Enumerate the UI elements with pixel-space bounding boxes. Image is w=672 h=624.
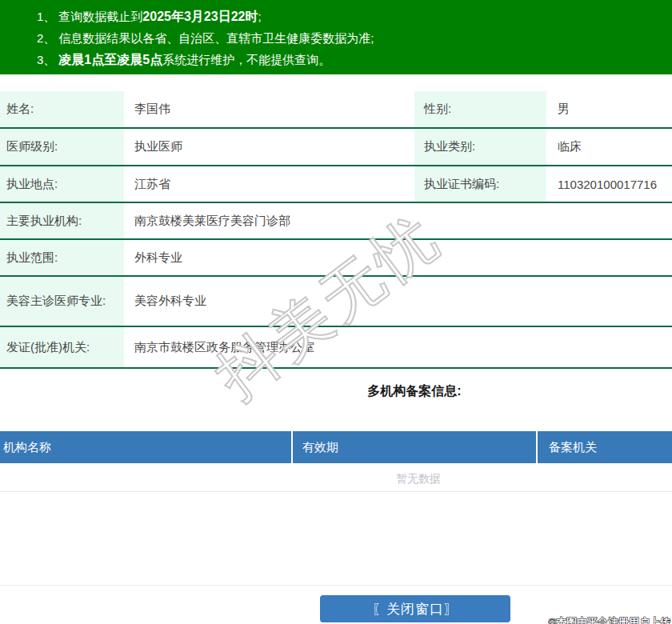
notice-text: 系统进行维护，不能提供查询。 — [162, 53, 330, 66]
records-table-header: 机构名称 有效期 备案机关 — [0, 431, 672, 463]
table-row: 执业地点: 江苏省 执业证书编码: 110320100017716 — [0, 166, 672, 203]
field-label-license-number: 执业证书编码: — [414, 166, 546, 202]
field-value-gender: 男 — [546, 91, 672, 127]
notice-banner: 1、查询数据截止到2025年3月23日22时; 2、信息数据结果以各省、自治区、… — [0, 0, 672, 74]
column-header-institution-name: 机构名称 — [0, 431, 293, 463]
table-row: 医师级别: 执业医师 执业类别: 临床 — [0, 129, 672, 166]
column-header-record-authority: 备案机关 — [538, 431, 672, 463]
notice-number: 1、 — [37, 10, 55, 23]
notice-bold-text: 2025年3月23日22时 — [142, 10, 258, 23]
table-row: 主要执业机构: 南京鼓楼美莱医疗美容门诊部 — [0, 203, 672, 240]
table-row: 执业范围: 外科专业 — [0, 240, 672, 277]
section-title-multi-institution: 多机构备案信息: — [367, 383, 461, 400]
doctor-license-query-result-page: 1、查询数据截止到2025年3月23日22时; 2、信息数据结果以各省、自治区、… — [0, 0, 672, 624]
table-row: 发证(批准)机关: 南京市鼓楼区政务服务管理办公室 — [0, 327, 672, 369]
field-label-name: 姓名: — [0, 91, 124, 127]
field-value-cosmetic-specialty: 美容外科专业 — [124, 277, 672, 326]
close-window-button[interactable]: 〖关闭窗口〗 — [320, 595, 510, 622]
no-data-placeholder: 暂无数据 — [396, 472, 441, 486]
notice-bold-text: 凌晨1点至凌晨5点 — [58, 53, 162, 66]
notice-number: 2、 — [37, 31, 55, 45]
field-label-practice-scope: 执业范围: — [0, 240, 124, 275]
field-value-practice-location: 江苏省 — [124, 166, 414, 202]
notice-text: 查询数据截止到 — [58, 10, 142, 23]
notice-text: 信息数据结果以各省、自治区、直辖市卫生健康委数据为准; — [58, 31, 374, 45]
column-header-validity-period: 有效期 — [293, 431, 538, 463]
field-label-practice-location: 执业地点: — [0, 166, 124, 202]
table-bottom-divider — [0, 491, 672, 492]
footer-divider — [0, 585, 672, 586]
notice-number: 3、 — [37, 53, 55, 66]
field-label-main-institution: 主要执业机构: — [0, 203, 124, 238]
field-label-doctor-level: 医师级别: — [0, 129, 124, 165]
field-label-issuing-authority: 发证(批准)机关: — [0, 327, 124, 367]
field-value-practice-category: 临床 — [546, 129, 672, 165]
field-value-name: 李国伟 — [124, 91, 414, 127]
practitioner-info-table: 姓名: 李国伟 性别: 男 医师级别: 执业医师 执业类别: 临床 执业地点: … — [0, 91, 672, 369]
notice-line-2: 2、信息数据结果以各省、自治区、直辖市卫生健康委数据为准; — [37, 27, 664, 49]
field-label-cosmetic-specialty: 美容主诊医师专业: — [0, 277, 124, 326]
field-value-main-institution: 南京鼓楼美莱医疗美容门诊部 — [124, 203, 672, 238]
field-value-issuing-authority: 南京市鼓楼区政务服务管理办公室 — [124, 327, 672, 367]
table-row: 美容主诊医师专业: 美容外科专业 — [0, 277, 672, 327]
field-label-gender: 性别: — [414, 91, 546, 127]
notice-line-1: 1、查询数据截止到2025年3月23日22时; — [37, 6, 664, 27]
notice-text: ; — [258, 10, 261, 23]
field-label-practice-category: 执业类别: — [414, 129, 546, 165]
copyright-watermark-text: ©本图由平台注册用户上传 — [548, 615, 670, 624]
field-value-license-number: 110320100017716 — [546, 166, 672, 202]
field-value-doctor-level: 执业医师 — [124, 129, 414, 165]
table-row: 姓名: 李国伟 性别: 男 — [0, 91, 672, 129]
notice-line-3: 3、凌晨1点至凌晨5点系统进行维护，不能提供查询。 — [37, 49, 664, 70]
field-value-practice-scope: 外科专业 — [124, 240, 672, 275]
